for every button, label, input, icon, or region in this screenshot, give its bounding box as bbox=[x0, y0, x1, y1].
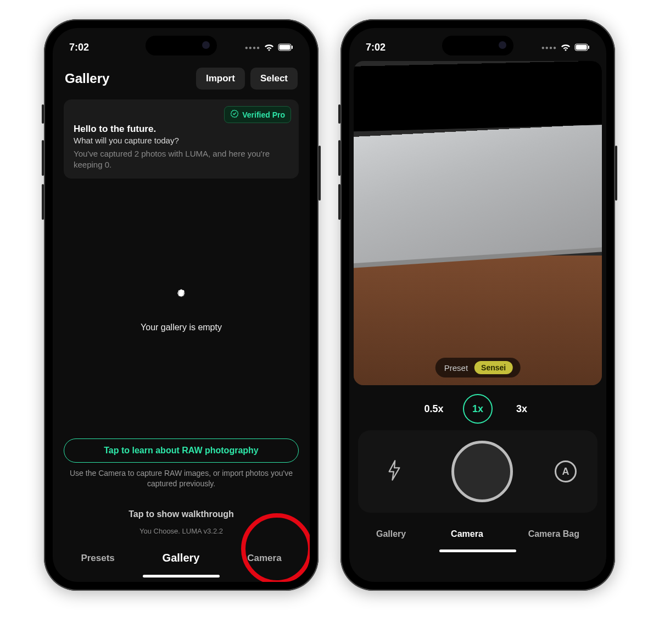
verified-label: Verified Pro bbox=[242, 110, 285, 119]
empty-state: Your gallery is empty bbox=[53, 184, 310, 438]
cellular-icon: ●●●● bbox=[541, 45, 557, 51]
svg-rect-4 bbox=[576, 45, 587, 50]
wifi-icon bbox=[560, 43, 571, 52]
status-time: 7:02 bbox=[366, 42, 386, 53]
capture-row: A bbox=[358, 430, 597, 513]
verified-pro-badge: Verified Pro bbox=[224, 106, 291, 123]
version-text: You Choose. LUMA v3.2.2 bbox=[139, 527, 223, 535]
wifi-icon bbox=[264, 43, 275, 52]
bottom-block: Tap to learn about RAW photography Use t… bbox=[53, 438, 310, 541]
phone-gallery: 7:02 ●●●● Gallery Import Select bbox=[44, 19, 319, 591]
tab-bar: Gallery Camera Camera Bag bbox=[349, 518, 606, 546]
zoom-row: 0.5x 1x 3x bbox=[349, 385, 606, 430]
battery-icon bbox=[278, 43, 293, 51]
front-camera-icon bbox=[202, 41, 210, 49]
svg-rect-1 bbox=[280, 45, 291, 50]
welcome-card: Verified Pro Hello to the future. What w… bbox=[64, 99, 299, 179]
battery-icon bbox=[574, 43, 590, 51]
auto-icon: A bbox=[562, 466, 569, 478]
welcome-headline: Hello to the future. bbox=[74, 124, 289, 135]
home-indicator[interactable] bbox=[143, 575, 220, 578]
preset-pill[interactable]: Preset Sensei bbox=[435, 358, 521, 377]
gallery-header: Gallery Import Select bbox=[53, 61, 310, 94]
walkthrough-button[interactable]: Tap to show walkthrough bbox=[129, 509, 234, 519]
tab-camera[interactable]: Camera bbox=[445, 526, 489, 542]
front-camera-icon bbox=[499, 41, 506, 49]
zoom-0-5x[interactable]: 0.5x bbox=[419, 394, 449, 424]
status-time: 7:02 bbox=[69, 42, 89, 53]
raw-hint: Use the Camera to capture RAW images, or… bbox=[64, 468, 299, 490]
empty-text: Your gallery is empty bbox=[141, 323, 222, 332]
svg-rect-5 bbox=[588, 46, 589, 49]
camera-viewfinder[interactable]: Preset Sensei bbox=[354, 61, 602, 385]
cellular-icon: ●●●● bbox=[245, 45, 260, 51]
spinner-icon bbox=[170, 290, 193, 313]
select-button[interactable]: Select bbox=[250, 68, 298, 90]
auto-mode-button[interactable]: A bbox=[555, 460, 577, 482]
flash-icon bbox=[387, 459, 402, 484]
preset-label: Preset bbox=[444, 363, 468, 373]
tab-camera[interactable]: Camera bbox=[242, 549, 287, 567]
tab-gallery[interactable]: Gallery bbox=[157, 548, 205, 568]
zoom-1x[interactable]: 1x bbox=[463, 394, 493, 424]
learn-raw-button[interactable]: Tap to learn about RAW photography bbox=[64, 438, 299, 463]
shutter-button[interactable] bbox=[451, 441, 513, 502]
phone-camera: 7:02 ●●●● Preset Sensei 0.5x 1x bbox=[340, 19, 615, 591]
preset-chip: Sensei bbox=[474, 361, 512, 374]
import-button[interactable]: Import bbox=[196, 68, 245, 90]
side-button-silence bbox=[42, 104, 44, 124]
side-button-volume-down bbox=[338, 184, 340, 220]
side-button-volume-up bbox=[338, 140, 340, 176]
page-title: Gallery bbox=[65, 71, 109, 86]
side-button-power bbox=[319, 146, 321, 201]
screen-gallery: 7:02 ●●●● Gallery Import Select bbox=[53, 28, 310, 582]
side-button-silence bbox=[338, 104, 340, 124]
zoom-3x[interactable]: 3x bbox=[507, 394, 537, 424]
flash-button[interactable] bbox=[379, 456, 410, 487]
screen-camera: 7:02 ●●●● Preset Sensei 0.5x 1x bbox=[349, 28, 606, 582]
side-button-volume-up bbox=[42, 140, 44, 176]
tab-bar: Presets Gallery Camera bbox=[53, 541, 310, 571]
viewfinder-scene-laptop bbox=[354, 124, 602, 270]
welcome-body: You've captured 2 photos with LUMA, and … bbox=[74, 148, 289, 171]
viewfinder-scene-keyboard bbox=[354, 61, 602, 132]
tab-camera-bag[interactable]: Camera Bag bbox=[523, 526, 585, 542]
side-button-volume-down bbox=[42, 184, 44, 220]
welcome-subhead: What will you capture today? bbox=[74, 136, 289, 145]
home-indicator[interactable] bbox=[439, 549, 516, 552]
side-button-power bbox=[615, 146, 617, 201]
tab-presets[interactable]: Presets bbox=[75, 549, 120, 567]
tab-gallery[interactable]: Gallery bbox=[371, 526, 411, 542]
verified-icon bbox=[230, 109, 239, 120]
svg-rect-2 bbox=[292, 46, 293, 49]
